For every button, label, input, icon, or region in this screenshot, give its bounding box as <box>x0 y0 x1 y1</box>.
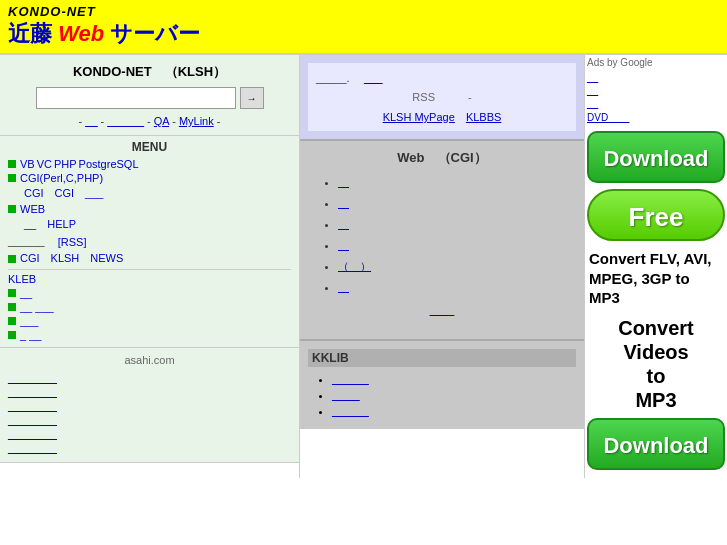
asahi-link-1[interactable]: ________ <box>8 372 291 384</box>
cgi-section: Web （CGI） （ ） ____ <box>300 141 584 341</box>
green-sq-web-icon <box>8 205 16 213</box>
menu-title: MENU <box>8 140 291 154</box>
news-section: _____. ___ RSS - KLSH MyPage KLBBS <box>300 55 584 141</box>
menu-sep <box>8 269 291 270</box>
menu-extra3[interactable]: ___ <box>20 315 38 327</box>
logo-kanji: 近藤 <box>8 21 52 46</box>
cgi-link-5[interactable]: （ ） <box>338 260 371 272</box>
ads-by-google: Ads by Google <box>587 57 725 68</box>
menu-row-kleb: KLEB <box>8 273 291 285</box>
cgi-link-2[interactable] <box>338 197 349 209</box>
cgi-list-item-5: （ ） <box>338 259 576 274</box>
menu-web[interactable]: WEB <box>20 203 45 215</box>
menu-cgi-sub1[interactable]: CGI CGI ___ <box>24 186 103 201</box>
search-input-row: → <box>8 87 291 109</box>
cgi-link-6[interactable] <box>338 281 349 293</box>
asahi-link-5[interactable]: ________ <box>8 428 291 440</box>
ads-link-3[interactable]: __ <box>587 98 598 109</box>
cgi-link-3[interactable] <box>338 218 349 230</box>
news-top-link[interactable]: ___ <box>364 72 382 84</box>
search-link-2[interactable]: ______ <box>107 115 144 127</box>
menu-row-extra1: __ <box>8 287 291 299</box>
cgi-list-item-2 <box>338 196 576 211</box>
main-layout: KONDO-NET （KLSH） → - __ - ______ - QA - … <box>0 55 727 478</box>
search-links: - __ - ______ - QA - MyLink - <box>8 115 291 127</box>
menu-rss-pre: ______ <box>8 234 56 249</box>
site-title: KONDO-NET （KLSH） <box>8 63 291 81</box>
header: KONDO-NET 近藤 Web サーバー <box>0 0 727 55</box>
ads-link-2[interactable]: __ <box>587 85 598 96</box>
kklib-item-3: ______ <box>332 405 576 417</box>
ads-dvd-link[interactable]: DVD __ <box>587 112 629 123</box>
ads-small-links: __ __ __ <box>587 72 725 109</box>
green-sq-cgi-icon <box>8 174 16 182</box>
download-button-2[interactable]: Download <box>587 418 725 470</box>
menu-postgresql[interactable]: PostgreSQL <box>79 158 139 170</box>
menu-cgi-sub: CGI CGI ___ <box>8 186 291 201</box>
logo-web: Web <box>58 21 104 46</box>
search-link-qa[interactable]: QA <box>154 115 169 127</box>
menu-row-extra2: __ ___ <box>8 301 291 313</box>
menu-cgi-perl[interactable]: CGI(Perl,C,PHP) <box>20 172 103 184</box>
free-button[interactable]: Free <box>587 189 725 241</box>
ads-small-1: __ <box>587 72 725 83</box>
logo-top: KONDO-NET <box>8 4 719 19</box>
menu-kleb[interactable]: KLEB <box>8 273 36 285</box>
search-link-mylink[interactable]: MyLink <box>179 115 214 127</box>
green-sq-e3-icon <box>8 317 16 325</box>
menu-web-help[interactable]: __ HELP <box>24 217 76 232</box>
center-content: _____. ___ RSS - KLSH MyPage KLBBS Web （… <box>300 55 585 478</box>
klbbs-link[interactable]: KLBBS <box>466 111 501 123</box>
menu-row-extra3: ___ <box>8 315 291 327</box>
asahi-section: asahi.com ________ ________ ________ ___… <box>0 348 299 463</box>
menu-cgi-klsh[interactable]: CGI KLSH NEWS <box>20 251 123 266</box>
kklib-link-2[interactable]: __ __ <box>332 389 360 401</box>
menu-row-vb: VB VC PHP PostgreSQL <box>8 158 291 170</box>
ads-small-2: __ <box>587 85 725 96</box>
asahi-link-6[interactable]: ________ <box>8 442 291 454</box>
kklib-link-3[interactable]: ______ <box>332 405 369 417</box>
search-link-1[interactable]: __ <box>85 115 97 127</box>
menu-php[interactable]: PHP <box>54 158 77 170</box>
search-area: KONDO-NET （KLSH） → - __ - ______ - QA - … <box>0 55 299 136</box>
ads-link-1[interactable]: __ <box>587 72 598 83</box>
cgi-link-4[interactable] <box>338 239 349 251</box>
cgi-list: （ ） <box>308 175 576 295</box>
search-input[interactable] <box>36 87 236 109</box>
menu-extra2[interactable]: __ ___ <box>20 301 54 313</box>
kklib-item-2: __ __ <box>332 389 576 401</box>
news-date: _____. ___ <box>316 71 382 86</box>
asahi-link-4[interactable]: ________ <box>8 414 291 426</box>
cgi-bottom-link: ____ <box>308 303 576 317</box>
menu-rss[interactable]: [RSS] <box>58 236 87 248</box>
logo-bottom: 近藤 Web サーバー <box>8 19 719 49</box>
asahi-link-3[interactable]: ________ <box>8 400 291 412</box>
klsh-mypage-link[interactable]: KLSH MyPage <box>383 111 455 123</box>
green-sq-klsh-icon <box>8 255 16 263</box>
asahi-link-2[interactable]: ________ <box>8 386 291 398</box>
menu-extra1[interactable]: __ <box>20 287 32 299</box>
kklib-link-1[interactable]: ______ <box>332 373 369 385</box>
download-button-1[interactable]: Download <box>587 131 725 183</box>
cgi-list-item-3 <box>338 217 576 232</box>
green-sq-e1-icon <box>8 289 16 297</box>
search-button[interactable]: → <box>240 87 264 109</box>
news-inner: _____. ___ RSS - KLSH MyPage KLBBS <box>308 63 576 131</box>
menu-extra4[interactable]: _ __ <box>20 329 41 341</box>
menu-web-sub: __ HELP <box>8 217 291 232</box>
cgi-list-item-1 <box>338 175 576 190</box>
green-sq-e2-icon <box>8 303 16 311</box>
cgi-link-1[interactable] <box>338 176 349 188</box>
menu-vc[interactable]: VC <box>37 158 52 170</box>
cgi-bottom-link-a[interactable]: ____ <box>430 304 454 316</box>
ads-dvd: DVD __ <box>587 111 725 125</box>
ads-small-3: __ <box>587 98 725 109</box>
left-sidebar: KONDO-NET （KLSH） → - __ - ______ - QA - … <box>0 55 300 478</box>
green-sq-icon <box>8 160 16 168</box>
kklib-section: KKLIB ______ __ __ ______ <box>300 341 584 429</box>
menu-row-web: WEB <box>8 203 291 215</box>
green-sq-e4-icon <box>8 331 16 339</box>
convert-ad2: ConvertVideostoMP3 <box>587 316 725 412</box>
menu-vb[interactable]: VB <box>20 158 35 170</box>
cgi-list-item-6 <box>338 280 576 295</box>
